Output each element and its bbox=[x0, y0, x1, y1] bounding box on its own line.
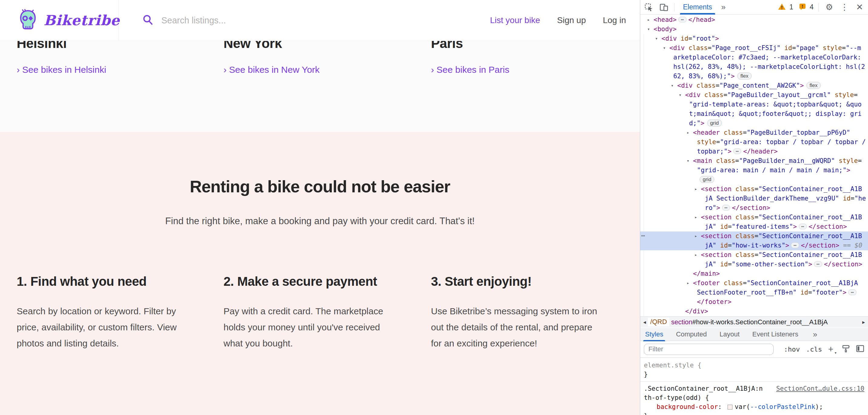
kebab-menu-icon[interactable]: ⋮ bbox=[839, 2, 851, 12]
stylesheet-source-link[interactable]: SectionCont…dule.css:10 bbox=[776, 384, 864, 393]
toggle-hover-state-button[interactable]: :hov bbox=[784, 346, 800, 353]
log-in-link[interactable]: Log in bbox=[603, 16, 626, 25]
dom-tree-row[interactable]: ▾<div class="Page_root__cFSIj" id="page"… bbox=[640, 43, 868, 53]
dom-tree-row[interactable]: ro">⋯</section> bbox=[640, 203, 868, 213]
layout-badge[interactable]: grid bbox=[707, 120, 722, 126]
dom-tree-row[interactable]: style="grid-area: topbar / topbar / topb… bbox=[640, 138, 868, 147]
expand-arrow-icon[interactable]: ▸ bbox=[687, 278, 689, 288]
search-input[interactable] bbox=[161, 16, 392, 26]
rule-divider bbox=[640, 381, 868, 382]
list-your-bike-link[interactable]: List your bike bbox=[490, 16, 540, 25]
collapse-arrow-icon[interactable]: ▾ bbox=[647, 25, 650, 34]
crumb-right-arrow-icon[interactable]: ▸ bbox=[861, 319, 866, 326]
see-bikes-paris-link[interactable]: › See bikes in Paris bbox=[431, 65, 509, 75]
dom-tree-row[interactable]: </div> bbox=[640, 307, 868, 316]
dom-tree-row[interactable]: jA SectionBuilder_darkTheme__vzg9U" id="… bbox=[640, 194, 868, 203]
dom-tree-row[interactable]: d;">grid bbox=[640, 119, 868, 128]
dom-tree-row[interactable]: 62, 83%, 68%);">flex bbox=[640, 71, 868, 81]
element-style-rule[interactable]: element.style { bbox=[644, 361, 864, 370]
toggle-class-button[interactable]: .cls bbox=[806, 346, 822, 353]
expand-arrow-icon[interactable]: ▸ bbox=[647, 15, 650, 25]
dom-tree-row[interactable]: ▸<footer class="SectionContainer_root__A… bbox=[640, 278, 868, 288]
code-segment: jA" bbox=[705, 242, 716, 249]
collapse-arrow-icon[interactable]: ▾ bbox=[663, 43, 666, 53]
dom-tree-row[interactable]: ▸<header class="PageBuilder_topbar__pP6y… bbox=[640, 128, 868, 138]
collapsed-content-icon[interactable]: ⋯ bbox=[791, 242, 799, 248]
collapsed-content-icon[interactable]: ⋯ bbox=[799, 224, 807, 229]
collapsed-content-icon[interactable]: ⋯ bbox=[733, 148, 742, 154]
expand-arrow-icon[interactable]: ▸ bbox=[694, 250, 697, 260]
collapse-arrow-icon[interactable]: ▾ bbox=[671, 81, 674, 90]
code-segment: = bbox=[858, 157, 862, 165]
dom-tree-row[interactable]: ▸<section class="SectionContainer_root__… bbox=[640, 213, 868, 222]
layout-badge[interactable]: grid bbox=[700, 176, 714, 183]
tab-layout[interactable]: Layout bbox=[719, 328, 739, 341]
dom-tree-row[interactable]: hsl(262, 83%, 48%); --marketplaceColorLi… bbox=[640, 62, 868, 71]
tab-styles[interactable]: Styles bbox=[645, 328, 663, 341]
dom-tree-row[interactable]: jA" id="featured-items">⋯</section> bbox=[640, 222, 868, 232]
dom-tree-row[interactable]: ▾<div id="root"> bbox=[640, 34, 868, 43]
devtools-panel: Elements » 1 bbox=[640, 0, 868, 415]
tab-event-listeners[interactable]: Event Listeners bbox=[752, 328, 799, 341]
inspect-element-icon[interactable] bbox=[643, 1, 655, 13]
collapse-arrow-icon[interactable]: ▾ bbox=[679, 90, 681, 100]
dom-tree-row[interactable]: ▸<section class="SectionContainer_root__… bbox=[640, 184, 868, 194]
new-style-rule-icon[interactable]: +▾ bbox=[828, 344, 836, 354]
collapsed-content-icon[interactable]: ⋯ bbox=[848, 289, 857, 295]
expand-arrow-icon[interactable]: ▸ bbox=[694, 213, 697, 222]
crumb-main[interactable]: /QRD bbox=[648, 318, 669, 326]
dom-tree-row[interactable]: jA" id="some-other-section">⋯</section> bbox=[640, 260, 868, 269]
rendering-brush-icon[interactable] bbox=[842, 345, 850, 354]
dom-tree-row[interactable]: ▾<div class="Page_content__AW2GK">flex bbox=[640, 81, 868, 90]
collapsed-content-icon[interactable]: ⋯ bbox=[722, 205, 730, 210]
dom-tree-row[interactable]: jA" id="how-it-works">⋯</section> == $0 bbox=[640, 241, 868, 250]
dom-tree-row[interactable]: </footer> bbox=[640, 297, 868, 307]
collapsed-content-icon[interactable]: ⋯ bbox=[814, 261, 822, 267]
sidebar-tabs: Styles Computed Layout Event Listeners » bbox=[640, 327, 868, 341]
sign-up-link[interactable]: Sign up bbox=[557, 16, 586, 25]
collapsed-content-icon[interactable]: ⋯ bbox=[678, 17, 687, 23]
crumb-selected[interactable]: section#how-it-works.SectionContainer_ro… bbox=[671, 318, 828, 326]
device-toolbar-icon[interactable] bbox=[658, 1, 670, 13]
dom-tree-row[interactable]: ⋯▸<section class="SectionContainer_root_… bbox=[640, 232, 868, 241]
expand-arrow-icon[interactable]: ▸ bbox=[687, 128, 689, 138]
dom-tree-row[interactable]: "grid-area: main / main / main / main;"> bbox=[640, 166, 868, 175]
dom-tree-row[interactable]: ▸<section class="SectionContainer_root__… bbox=[640, 250, 868, 260]
dom-tree-row[interactable]: grid bbox=[640, 175, 868, 184]
settings-gear-icon[interactable]: ⚙ bbox=[824, 2, 835, 12]
dom-tree-row[interactable]: arketplaceColor: #7c3aed; --marketplaceC… bbox=[640, 53, 868, 62]
issues-icon[interactable] bbox=[799, 3, 806, 11]
tab-computed[interactable]: Computed bbox=[676, 328, 707, 341]
dom-tree-row[interactable]: ▾<div class="PageBuilder_layout__grcml" … bbox=[640, 90, 868, 100]
code-segment bbox=[732, 185, 736, 192]
dom-tree-row[interactable]: topbar;">⋯</header> bbox=[640, 147, 868, 156]
dom-tree-row[interactable]: "grid-template-areas: &quot;topbar&quot;… bbox=[640, 100, 868, 109]
dom-tree-row[interactable]: </main> bbox=[640, 269, 868, 278]
dom-tree-row[interactable]: ▾<body> bbox=[640, 25, 868, 34]
dom-tree-row[interactable]: SectionFooter_root__fTB+n" id="footer">⋯ bbox=[640, 288, 868, 297]
see-bikes-helsinki-link[interactable]: › See bikes in Helsinki bbox=[17, 65, 106, 75]
collapse-arrow-icon[interactable]: ▾ bbox=[655, 34, 658, 43]
more-tabs-icon[interactable]: » bbox=[719, 2, 727, 12]
sidebar-more-tabs-icon[interactable]: » bbox=[811, 330, 819, 339]
brand-logo[interactable]: Biketribe bbox=[0, 0, 119, 41]
crumb-left-arrow-icon[interactable]: ◂ bbox=[642, 319, 647, 326]
dom-tree-row[interactable]: ▸<head>⋯</head> bbox=[640, 15, 868, 25]
styles-filter-input[interactable] bbox=[644, 344, 774, 355]
background-color-declaration[interactable]: background-color: var(--colorPastelPink)… bbox=[644, 402, 864, 411]
layout-badge[interactable]: flex bbox=[806, 82, 820, 89]
toggle-sidebar-icon[interactable] bbox=[856, 345, 864, 354]
row-options-icon[interactable]: ⋯ bbox=[641, 232, 645, 240]
dom-tree-row[interactable]: t;main&quot; &quot;footer&quot;; display… bbox=[640, 109, 868, 119]
expand-arrow-icon[interactable]: ▸ bbox=[694, 232, 697, 241]
color-swatch[interactable] bbox=[727, 405, 733, 410]
dom-tree-row[interactable]: ▾<main class="PageBuilder_main__gWQRD" s… bbox=[640, 156, 868, 166]
warning-icon[interactable] bbox=[778, 3, 786, 11]
tab-elements[interactable]: Elements bbox=[679, 0, 716, 14]
close-devtools-icon[interactable]: ✕ bbox=[854, 2, 865, 12]
collapse-arrow-icon[interactable]: ▾ bbox=[687, 156, 689, 166]
css-variable-link[interactable]: --colorPastelPink bbox=[750, 403, 815, 411]
expand-arrow-icon[interactable]: ▸ bbox=[694, 184, 697, 194]
see-bikes-new-york-link[interactable]: › See bikes in New York bbox=[223, 65, 320, 75]
layout-badge[interactable]: flex bbox=[737, 72, 751, 80]
